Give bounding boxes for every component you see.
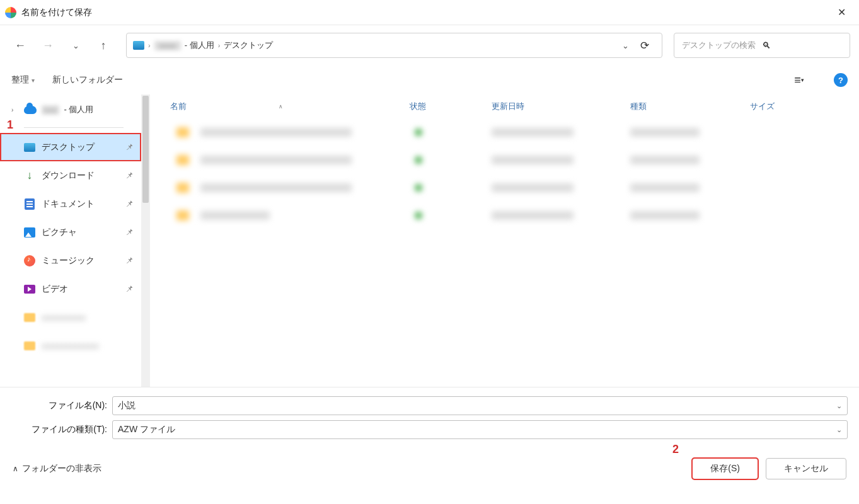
annotation-2: 2 <box>672 443 679 456</box>
sidebar: › xxx - 個人用 1 デスクトップ 📌︎ ↓ ダウンロード 📌︎ ドキュメ… <box>0 94 141 387</box>
forward-button[interactable]: → <box>37 34 59 57</box>
file-row-blurred[interactable] <box>150 118 859 146</box>
column-headers: 名前∧ 状態 更新日時 種類 サイズ <box>150 94 859 118</box>
organize-button[interactable]: 整理▾ <box>11 74 35 86</box>
breadcrumb-personal-suffix[interactable]: - 個人用 <box>185 40 214 51</box>
pin-icon[interactable]: 📌︎ <box>125 227 134 237</box>
cloud-icon <box>24 106 37 114</box>
column-modified[interactable]: 更新日時 <box>492 101 630 112</box>
file-row-blurred[interactable] <box>150 202 859 229</box>
search-input[interactable]: デスクトップの検索 🔍︎ <box>674 33 850 58</box>
sidebar-item-blurred[interactable]: xxxxxxxxxxxxx <box>0 331 141 360</box>
help-button[interactable]: ? <box>834 73 848 87</box>
chevron-down-icon[interactable]: ⌄ <box>622 41 629 50</box>
sidebar-item-pictures[interactable]: ピクチャ 📌︎ <box>0 218 141 246</box>
search-icon: 🔍︎ <box>762 40 842 50</box>
pin-icon[interactable]: 📌︎ <box>125 142 134 152</box>
pc-icon <box>133 41 144 50</box>
hide-folders-button[interactable]: ∧ フォルダーの非表示 <box>13 463 101 474</box>
pin-icon[interactable]: 📌︎ <box>125 199 134 209</box>
chevron-right-icon: › <box>218 42 221 49</box>
save-button[interactable]: 保存(S) <box>692 458 758 479</box>
chevron-right-icon[interactable]: › <box>11 106 19 113</box>
file-row-blurred[interactable] <box>150 146 859 174</box>
close-button[interactable]: ✕ <box>829 0 854 25</box>
breadcrumb[interactable]: › xxxx - 個人用 › デスクトップ ⌄ ⟳ <box>126 33 662 58</box>
breadcrumb-user-blurred: xxxx <box>154 41 181 50</box>
picture-icon <box>24 227 35 238</box>
download-icon: ↓ <box>24 170 35 181</box>
divider <box>24 127 124 128</box>
footer: ∧ フォルダーの非表示 2 保存(S) キャンセル <box>0 449 859 488</box>
window-title: 名前を付けて保存 <box>21 7 829 18</box>
app-icon <box>5 7 16 18</box>
column-size[interactable]: サイズ <box>750 101 826 112</box>
main-area: › xxx - 個人用 1 デスクトップ 📌︎ ↓ ダウンロード 📌︎ ドキュメ… <box>0 94 859 387</box>
titlebar: 名前を付けて保存 ✕ <box>0 0 859 25</box>
music-icon <box>24 255 35 266</box>
file-list: 名前∧ 状態 更新日時 種類 サイズ <box>150 94 859 387</box>
breadcrumb-current[interactable]: デスクトップ <box>224 40 273 51</box>
pin-icon[interactable]: 📌︎ <box>125 284 134 294</box>
column-type[interactable]: 種類 <box>630 101 750 112</box>
folder-icon <box>24 341 35 350</box>
annotation-1: 1 <box>7 118 13 132</box>
sidebar-item-music[interactable]: ミュージック 📌︎ <box>0 246 141 275</box>
sidebar-item-desktop[interactable]: デスクトップ 📌︎ <box>0 133 141 161</box>
filename-input[interactable]: 小説 ⌄ <box>112 396 848 415</box>
pin-icon[interactable]: 📌︎ <box>125 171 134 180</box>
sidebar-item-documents[interactable]: ドキュメント 📌︎ <box>0 190 141 218</box>
desktop-icon <box>24 143 35 152</box>
column-name[interactable]: 名前∧ <box>158 101 410 112</box>
chevron-right-icon: › <box>148 42 151 49</box>
pin-icon[interactable]: 📌︎ <box>125 256 134 265</box>
chevron-up-icon: ∧ <box>13 464 18 473</box>
navbar: ← → ⌄ ↑ › xxxx - 個人用 › デスクトップ ⌄ ⟳ デスクトップ… <box>0 25 859 66</box>
recent-dropdown[interactable]: ⌄ <box>64 34 87 57</box>
form-area: ファイル名(N): 小説 ⌄ ファイルの種類(T): AZW ファイル ⌄ <box>0 387 859 449</box>
sidebar-item-downloads[interactable]: ↓ ダウンロード 📌︎ <box>0 161 141 190</box>
view-options-button[interactable]: ≡ ▾ <box>790 71 809 89</box>
video-icon <box>24 285 35 294</box>
sidebar-scrollbar[interactable] <box>141 94 150 387</box>
column-state[interactable]: 状態 <box>410 101 492 112</box>
sort-asc-icon: ∧ <box>279 103 283 110</box>
filetype-select[interactable]: AZW ファイル ⌄ <box>112 420 848 439</box>
toolbar: 整理▾ 新しいフォルダー ≡ ▾ ? <box>0 66 859 94</box>
refresh-button[interactable]: ⟳ <box>634 35 655 56</box>
tree-onedrive-personal[interactable]: › xxx - 個人用 <box>0 97 141 122</box>
up-button[interactable]: ↑ <box>92 34 115 57</box>
new-folder-button[interactable]: 新しいフォルダー <box>52 74 123 86</box>
chevron-down-icon[interactable]: ⌄ <box>836 402 842 410</box>
document-icon <box>25 198 35 210</box>
back-button[interactable]: ← <box>9 34 32 57</box>
chevron-down-icon[interactable]: ⌄ <box>836 426 842 434</box>
filename-label: ファイル名(N): <box>11 400 112 411</box>
sidebar-item-videos[interactable]: ビデオ 📌︎ <box>0 275 141 303</box>
search-placeholder: デスクトップの検索 <box>682 40 762 51</box>
folder-icon <box>24 313 35 322</box>
filetype-label: ファイルの種類(T): <box>11 424 112 435</box>
sidebar-item-blurred[interactable]: xxxxxxxxxx <box>0 303 141 331</box>
cancel-button[interactable]: キャンセル <box>766 458 846 479</box>
file-row-blurred[interactable] <box>150 174 859 202</box>
